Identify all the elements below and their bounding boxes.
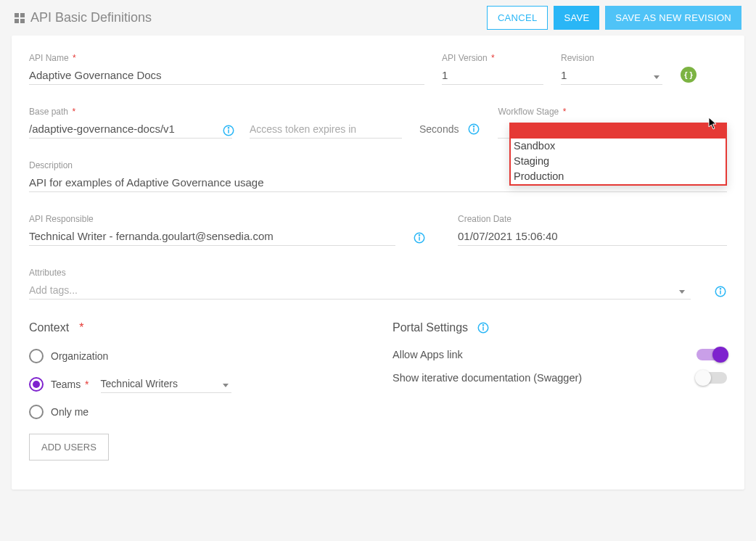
allow-apps-label: Allow Apps link (393, 349, 463, 360)
base-path-input[interactable] (29, 120, 232, 139)
api-version-label: API Version * (442, 53, 543, 63)
caret-down-icon (654, 75, 660, 79)
revision-select[interactable]: 1 (561, 66, 662, 85)
revision-label: Revision (561, 53, 662, 63)
teams-select[interactable]: Technical Writers (101, 375, 231, 393)
svg-rect-2 (15, 19, 19, 23)
svg-point-14 (419, 235, 419, 236)
save-button[interactable]: SAVE (554, 6, 599, 30)
svg-rect-1 (20, 13, 25, 17)
api-responsible-input[interactable] (29, 227, 395, 246)
info-icon[interactable] (714, 285, 727, 298)
radio-organization[interactable] (29, 349, 44, 363)
info-icon[interactable] (413, 231, 426, 244)
show-swagger-label: Show iterative documentation (Swagger) (393, 372, 582, 384)
access-token-input[interactable] (250, 120, 402, 139)
info-icon[interactable] (222, 124, 235, 137)
attributes-label: Attributes (29, 268, 691, 278)
portal-settings-title: Portal Settings (393, 321, 727, 334)
context-title: Context* (29, 321, 363, 334)
svg-rect-0 (15, 13, 19, 17)
save-as-revision-button[interactable]: SAVE AS NEW REVISION (605, 6, 741, 30)
workflow-stage-option[interactable]: Staging (511, 154, 726, 169)
api-name-input[interactable] (29, 66, 424, 85)
svg-point-11 (474, 126, 474, 127)
workflow-stage-option[interactable]: Sandbox (511, 139, 726, 154)
api-version-input[interactable] (442, 66, 543, 85)
page-title: API Basic Definitions (30, 10, 152, 25)
svg-point-20 (482, 325, 483, 326)
workflow-stage-dropdown: Sandbox Staging Production (509, 123, 727, 186)
radio-teams[interactable] (29, 377, 44, 392)
radio-teams-label: Teams * (51, 379, 89, 390)
base-path-label: Base path * (29, 107, 232, 117)
creation-date-input (458, 227, 727, 246)
radio-only-me[interactable] (29, 405, 44, 419)
workflow-stage-option-selected[interactable] (511, 123, 726, 139)
api-name-label: API Name * (29, 53, 424, 63)
svg-point-8 (228, 128, 229, 128)
svg-point-17 (720, 289, 720, 289)
api-responsible-label: API Responsible (29, 214, 395, 224)
radio-only-me-label: Only me (51, 406, 89, 418)
workflow-stage-label: Workflow Stage * (498, 107, 727, 117)
creation-date-label: Creation Date (458, 214, 727, 224)
seconds-label: Seconds (419, 123, 459, 135)
allow-apps-toggle[interactable] (697, 349, 727, 360)
info-icon[interactable] (467, 123, 480, 136)
svg-text:{ }: { } (684, 70, 693, 79)
add-users-button[interactable]: ADD USERS (29, 434, 109, 461)
svg-rect-3 (20, 19, 25, 23)
info-icon[interactable] (477, 321, 490, 334)
json-badge-icon[interactable]: { } (680, 66, 697, 83)
cancel-button[interactable]: CANCEL (487, 6, 548, 30)
caret-down-icon (679, 290, 685, 294)
show-swagger-toggle[interactable] (697, 372, 727, 384)
radio-organization-label: Organization (51, 350, 108, 362)
caret-down-icon (223, 384, 229, 387)
attributes-input[interactable] (29, 281, 691, 300)
workflow-stage-option[interactable]: Production (511, 169, 726, 184)
grid-icon (15, 13, 25, 23)
